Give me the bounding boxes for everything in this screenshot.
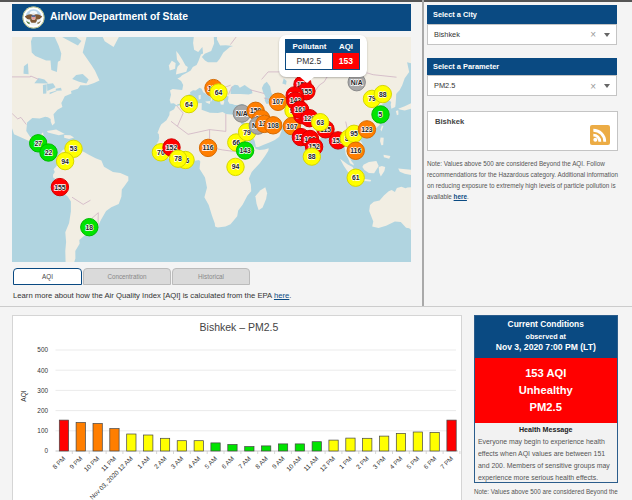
svg-text:116: 116 bbox=[350, 147, 361, 154]
svg-text:12 PM: 12 PM bbox=[318, 455, 336, 473]
svg-text:500: 500 bbox=[37, 346, 48, 353]
svg-text:7 AM: 7 AM bbox=[237, 455, 252, 470]
svg-text:4 PM: 4 PM bbox=[388, 455, 404, 471]
svg-text:22: 22 bbox=[45, 149, 53, 156]
svg-text:5 AM: 5 AM bbox=[203, 455, 218, 470]
svg-text:6 AM: 6 AM bbox=[220, 455, 235, 470]
svg-text:95: 95 bbox=[350, 130, 358, 137]
svg-text:2 AM: 2 AM bbox=[153, 455, 168, 470]
svg-text:123: 123 bbox=[361, 126, 373, 133]
svg-text:200: 200 bbox=[37, 407, 48, 414]
svg-text:1 AM: 1 AM bbox=[136, 455, 151, 470]
svg-text:10 PM: 10 PM bbox=[82, 455, 100, 473]
svg-text:108: 108 bbox=[268, 122, 280, 129]
svg-text:64: 64 bbox=[215, 89, 223, 96]
svg-text:5: 5 bbox=[379, 111, 383, 118]
svg-text:AQI: AQI bbox=[20, 390, 28, 402]
svg-text:9 AM: 9 AM bbox=[270, 455, 285, 470]
svg-text:64: 64 bbox=[185, 101, 193, 108]
svg-text:107: 107 bbox=[272, 98, 284, 105]
svg-text:63: 63 bbox=[316, 119, 324, 126]
svg-text:N/A: N/A bbox=[236, 110, 248, 117]
svg-text:11 AM: 11 AM bbox=[302, 455, 319, 472]
svg-text:2 PM: 2 PM bbox=[354, 455, 370, 471]
svg-text:107: 107 bbox=[286, 123, 298, 130]
svg-text:Bishkek – PM2.5: Bishkek – PM2.5 bbox=[200, 321, 279, 333]
svg-text:N/A: N/A bbox=[351, 79, 363, 86]
svg-text:400: 400 bbox=[37, 367, 48, 374]
svg-text:7 PM: 7 PM bbox=[439, 455, 455, 471]
svg-text:100: 100 bbox=[37, 427, 48, 434]
svg-text:61: 61 bbox=[352, 174, 360, 181]
svg-text:53: 53 bbox=[70, 145, 78, 152]
svg-text:300: 300 bbox=[37, 387, 48, 394]
svg-text:94: 94 bbox=[61, 158, 69, 165]
svg-text:27: 27 bbox=[34, 140, 42, 147]
svg-text:10 AM: 10 AM bbox=[285, 455, 303, 473]
svg-text:8 PM: 8 PM bbox=[51, 455, 67, 471]
svg-text:88: 88 bbox=[308, 153, 316, 160]
svg-text:94: 94 bbox=[232, 163, 240, 170]
svg-text:5 PM: 5 PM bbox=[405, 455, 421, 471]
svg-text:116: 116 bbox=[203, 144, 214, 151]
svg-text:4 AM: 4 AM bbox=[186, 455, 201, 470]
svg-text:88: 88 bbox=[379, 91, 387, 98]
svg-text:3 AM: 3 AM bbox=[169, 455, 184, 470]
svg-text:0: 0 bbox=[44, 447, 48, 454]
svg-text:18: 18 bbox=[86, 224, 94, 231]
svg-text:1 PM: 1 PM bbox=[338, 455, 354, 471]
svg-text:155: 155 bbox=[54, 184, 66, 191]
svg-text:6 PM: 6 PM bbox=[422, 455, 438, 471]
svg-text:8 AM: 8 AM bbox=[254, 455, 269, 470]
svg-text:3 PM: 3 PM bbox=[371, 455, 387, 471]
svg-text:143: 143 bbox=[239, 147, 251, 154]
svg-text:78: 78 bbox=[174, 155, 182, 162]
